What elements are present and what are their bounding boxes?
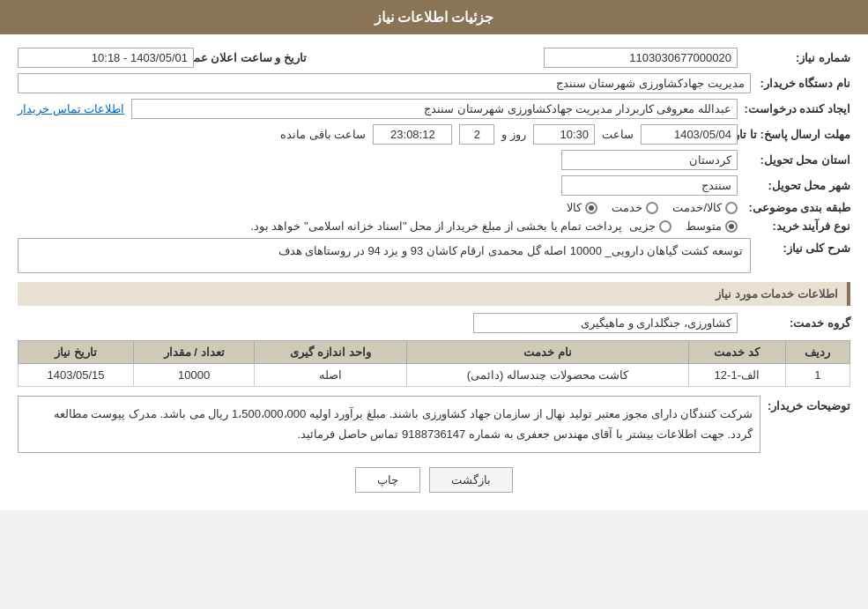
cell-row-num: 1 [785,364,849,387]
back-button[interactable]: بازگشت [429,467,513,493]
radio-motavasset-icon [725,220,738,233]
process-radio-group: متوسط جزیی [629,219,738,233]
announcement-label: تاریخ و ساعت اعلان عمومی: [201,51,307,64]
table-row: 1 الف-1-12 کاشت محصولات چندساله (دائمی) … [19,364,850,387]
radio-jozi-icon [659,220,671,233]
radio-kala-icon [585,202,597,214]
category-radio-group: کالا/خدمت خدمت کالا [567,201,738,214]
deadline-date: 1403/05/04 [641,124,738,145]
need-description-label: شرح کلی نیاز: [758,238,850,255]
buyer-notes-label: توضیحات خریدار: [768,396,850,412]
category-option-kala[interactable]: کالا [567,201,597,214]
category-option-kala-khedmat[interactable]: کالا/خدمت [672,201,738,214]
need-number-label: شماره نیاز: [745,51,850,64]
deadline-days: 2 [459,124,494,145]
service-group-label: گروه خدمت: [745,316,850,330]
col-header-row: ردیف [785,341,849,364]
process-option-jozi[interactable]: جزیی [629,219,671,233]
cell-unit: اصله [255,364,407,387]
announcement-value: 1403/05/01 - 10:18 [18,48,194,68]
need-number-value: 1103030677000020 [544,48,738,68]
province-value: کردستان [561,150,738,170]
col-header-code: کد خدمت [689,341,786,364]
deadline-time-label: ساعت [602,128,634,141]
deadline-days-label: روز و [501,128,526,141]
category-option-khedmat[interactable]: خدمت [612,201,658,214]
requester-label: ایجاد کننده درخواست: [745,102,850,115]
deadline-remaining: 23:08:12 [373,124,452,145]
action-buttons: بازگشت چاپ [18,467,850,493]
need-description-value: توسعه کشت گیاهان دارویی_ 10000 اصله گل م… [18,238,751,273]
buyer-notes-value: شرکت کنندگان دارای مجوز معتبر تولید نهال… [18,396,760,453]
cell-need-date: 1403/05/15 [19,364,134,387]
deadline-remaining-label: ساعت باقی مانده [280,128,366,141]
buyer-org-label: نام دستگاه خریدار: [758,77,850,90]
deadline-label: مهلت ارسال پاسخ: تا تاریخ: [745,128,850,141]
col-header-unit: واحد اندازه گیری [255,341,407,364]
requester-link[interactable]: اطلاعات تماس خریدار [18,102,124,115]
process-label: نوع فرآیند خرید: [745,219,850,233]
cell-code: الف-1-12 [689,364,786,387]
print-button[interactable]: چاپ [355,467,420,493]
deadline-time: 10:30 [533,124,595,145]
process-option-motavasset[interactable]: متوسط [686,219,738,233]
col-header-name: نام خدمت [406,341,688,364]
col-header-date: تاریخ نیاز [19,341,134,364]
services-table: ردیف کد خدمت نام خدمت واحد اندازه گیری ت… [18,340,850,387]
buyer-org-value: مدیریت جهادکشاورزی شهرستان سنندج [18,73,751,93]
col-header-qty: تعداد / مقدار [134,341,255,364]
province-label: استان محل تحویل: [745,153,850,167]
requester-value: عبدالله معروفی کاربردار مدیریت جهادکشاور… [131,99,738,119]
service-info-title: اطلاعات خدمات مورد نیاز [18,282,850,306]
radio-khedmat-icon [646,202,658,214]
city-value: سنندج [561,175,738,196]
service-group-value: کشاورزی، جنگلداری و ماهیگیری [473,313,738,333]
page-title: جزئیات اطلاعات نیاز [0,0,868,34]
cell-service-name: کاشت محصولات چندساله (دائمی) [406,364,688,387]
radio-kala-khedmat-icon [725,202,738,214]
category-label: طبقه بندی موضوعی: [745,201,850,214]
cell-qty: 10000 [134,364,255,387]
city-label: شهر محل تحویل: [745,179,850,192]
process-note: پرداخت تمام یا بخشی از مبلغ خریدار از مح… [250,219,622,233]
